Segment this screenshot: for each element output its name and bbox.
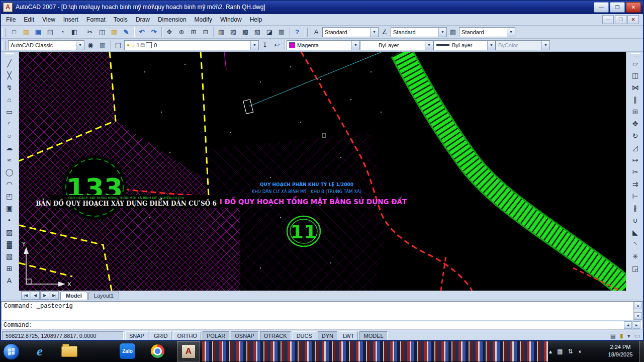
menu-edit[interactable]: Edit [20, 15, 38, 24]
revision-cloud-icon[interactable]: ☁ [3, 142, 16, 154]
chevron-down-icon[interactable]: ▼ [438, 28, 446, 37]
toggle-otrack[interactable]: OTRACK [260, 331, 291, 340]
scale-icon[interactable]: ◿ [629, 142, 642, 154]
close-button[interactable]: ✕ [626, 2, 641, 13]
designcenter-icon[interactable]: ▨ [227, 27, 239, 38]
tab-model[interactable]: Model [60, 292, 87, 300]
redo-icon[interactable]: ↷ [148, 27, 160, 38]
chevron-down-icon[interactable]: ▼ [507, 28, 515, 37]
chevron-down-icon[interactable]: ▼ [250, 41, 258, 50]
draw-order-icon[interactable]: ◲ [629, 262, 642, 275]
mdi-close-button[interactable]: ✕ [627, 15, 639, 24]
file-explorer-icon[interactable] [61, 346, 77, 357]
break-icon[interactable]: ∦ [629, 202, 642, 214]
tab-layout1[interactable]: Layout1 [88, 292, 119, 300]
layer-plot-icon[interactable]: ▤ [140, 42, 145, 48]
zoom-realtime-icon[interactable]: ⊕ [175, 27, 188, 38]
markup-icon[interactable]: ◪ [263, 27, 275, 38]
chevron-down-icon[interactable]: ▼ [425, 41, 433, 50]
coordinate-readout[interactable]: 598212.8725, 1208977.8817, 0.0000 [2, 331, 124, 340]
scroll-left-icon[interactable]: ◀ [624, 321, 632, 329]
zalo-icon[interactable]: Zalo [120, 343, 135, 359]
layer-on-bulb-icon[interactable]: ● [127, 42, 130, 48]
line-icon[interactable]: ╱ [3, 57, 16, 69]
help-icon[interactable]: ? [291, 27, 303, 38]
show-desktop-button[interactable] [639, 341, 644, 362]
toggle-ortho[interactable]: ORTHO [173, 331, 201, 340]
tab-prev-button[interactable]: ◀ [31, 291, 40, 300]
toggle-grid[interactable]: GRID [150, 331, 172, 340]
menu-draw[interactable]: Draw [132, 15, 154, 24]
maximize-button[interactable]: ❐ [610, 2, 625, 13]
menu-tools[interactable]: Tools [110, 15, 132, 24]
quickcalc-icon[interactable]: ▦ [275, 27, 288, 38]
save-icon[interactable]: ▣ [32, 27, 44, 38]
toggle-polar[interactable]: POLAR [203, 331, 229, 340]
array-icon[interactable]: ⊞ [629, 106, 642, 118]
layer-previous-icon[interactable]: ↩ [271, 40, 283, 51]
copy-icon[interactable]: ◫ [96, 27, 108, 38]
tray-expand-icon[interactable]: ▴ [549, 348, 552, 355]
extend-icon[interactable]: ⇉ [629, 178, 642, 190]
mdi-restore-button[interactable]: ❐ [615, 15, 626, 24]
chevron-down-icon[interactable]: ▼ [370, 28, 378, 37]
gradient-icon[interactable]: ▓ [3, 238, 16, 250]
tab-next-button[interactable]: ▶ [40, 291, 49, 300]
toggle-ducs[interactable]: DUCS [293, 331, 316, 340]
workspace-settings-icon[interactable]: ◉ [84, 40, 97, 51]
toggle-snap[interactable]: SNAP [125, 331, 148, 340]
cut-icon[interactable]: ✂ [84, 27, 96, 38]
chamfer-icon[interactable]: ◣ [629, 226, 642, 238]
clean-screen-icon[interactable]: ▭ [634, 332, 640, 339]
point-icon[interactable]: • [3, 214, 16, 226]
scroll-up-icon[interactable]: ▲ [634, 302, 642, 309]
menu-insert[interactable]: Insert [59, 15, 82, 24]
linetype-select[interactable]: ByLayer ▼ [360, 40, 433, 50]
workspace-save-icon[interactable]: ▦ [97, 40, 109, 51]
break-at-point-icon[interactable]: ⊢ [629, 190, 642, 202]
explode-icon[interactable]: ✳ [629, 250, 642, 262]
new-icon[interactable]: □ [8, 27, 20, 38]
toggle-lwt[interactable]: LWT [339, 331, 358, 340]
undo-icon[interactable]: ↶ [136, 27, 148, 38]
paste-icon[interactable]: ▦ [108, 27, 120, 38]
taskbar-clock[interactable]: 2:24 PM 18/9/2025 [602, 343, 638, 358]
plot-preview-icon[interactable]: ◔ [56, 27, 68, 38]
pan-icon[interactable]: ✥ [163, 27, 175, 38]
annotation-scale-icon[interactable]: ▤ [610, 332, 616, 339]
status-menu-icon[interactable]: ▾ [627, 332, 630, 339]
menu-format[interactable]: Format [82, 15, 110, 24]
spline-icon[interactable]: ≈ [3, 154, 16, 166]
rotate-icon[interactable]: ↻ [629, 130, 642, 142]
network-icon[interactable]: ⇅ [568, 348, 573, 355]
menu-file[interactable]: File [2, 15, 20, 24]
table-style-select[interactable]: Standard ▼ [459, 27, 515, 37]
circle-icon[interactable]: ○ [3, 130, 16, 142]
trim-icon[interactable]: ✂ [629, 166, 642, 178]
text-style-select[interactable]: Standard ▼ [322, 27, 379, 37]
hatch-icon[interactable]: ▨ [3, 226, 16, 238]
menu-modify[interactable]: Modify [191, 15, 216, 24]
tab-first-button[interactable]: |◀ [21, 291, 30, 300]
toggle-model[interactable]: MODEL [359, 331, 387, 340]
minimize-button[interactable]: — [594, 2, 609, 13]
menu-view[interactable]: View [38, 15, 59, 24]
insert-block-icon[interactable]: ◰ [3, 190, 16, 202]
autocad-taskbar-button[interactable]: A [177, 341, 200, 361]
tool-palettes-icon[interactable]: ▩ [239, 27, 251, 38]
plot-icon[interactable]: ▤ [44, 27, 56, 38]
layer-lock-icon[interactable]: ▯ [136, 42, 139, 48]
color-select[interactable]: Magenta ▼ [287, 40, 360, 50]
toolbar-grip[interactable] [305, 28, 308, 37]
menu-help[interactable]: Help [246, 15, 266, 24]
arc-icon[interactable]: ◜ [3, 118, 16, 130]
table-icon[interactable]: ⊞ [3, 262, 16, 275]
construction-line-icon[interactable]: ╳ [3, 69, 16, 81]
erase-icon[interactable]: ▱ [629, 57, 642, 69]
match-properties-icon[interactable]: ✎ [120, 27, 132, 38]
dim-style-select[interactable]: Standard ▼ [391, 27, 447, 37]
layer-freeze-icon[interactable]: ☼ [131, 42, 135, 48]
command-input[interactable]: Command: ◀ ▶ [1, 321, 643, 329]
internet-explorer-icon[interactable]: e [31, 343, 48, 360]
lineweight-select[interactable]: ByLayer ▼ [433, 40, 496, 50]
